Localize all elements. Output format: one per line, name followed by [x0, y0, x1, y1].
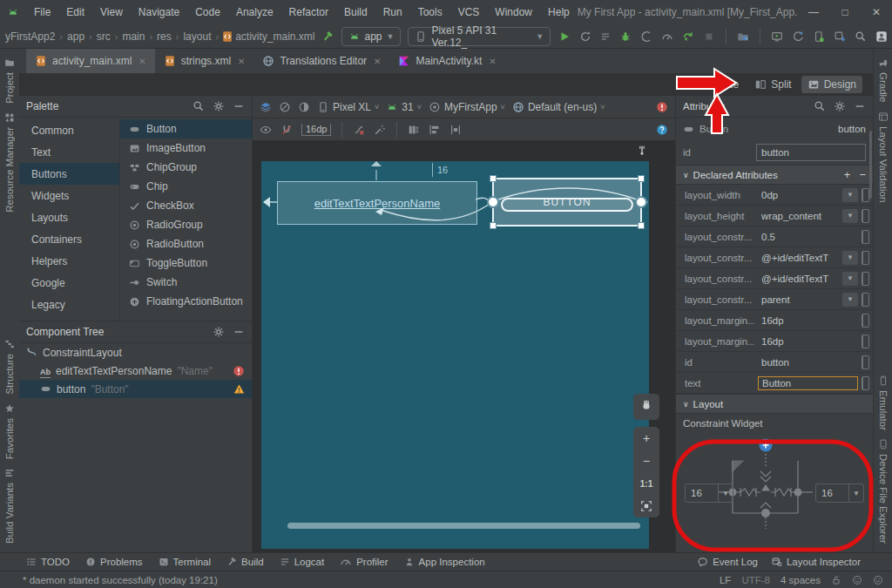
- device-select[interactable]: Pixel 5 API 31 Ver.12_▼: [408, 27, 551, 46]
- attribute-value-input[interactable]: 0.5: [758, 231, 858, 243]
- scrollbar[interactable]: [869, 131, 872, 199]
- default-margin-select[interactable]: 16dp: [301, 124, 331, 136]
- attribute-value-input[interactable]: wrap_content: [758, 210, 839, 222]
- breadcrumb-yfirstapp2[interactable]: yFirstApp2: [3, 30, 57, 43]
- mode-split[interactable]: Split: [748, 76, 797, 93]
- help-icon[interactable]: [656, 124, 668, 136]
- dropdown-button[interactable]: ▼: [842, 251, 858, 265]
- menu-build[interactable]: Build: [336, 6, 375, 18]
- resize-handle[interactable]: [490, 222, 497, 229]
- design-canvas[interactable]: editTextTextPersonName 16 BUTTON: [253, 141, 675, 552]
- declared-attributes-header[interactable]: ∨Declared Attributes + −: [676, 165, 873, 185]
- pick-resource-button[interactable]: [862, 355, 869, 369]
- mode-design[interactable]: Design: [801, 76, 862, 93]
- run-button[interactable]: [558, 30, 571, 43]
- dropdown-button[interactable]: ▼: [842, 209, 858, 223]
- clear-constraints-icon[interactable]: [353, 124, 365, 136]
- menu-run[interactable]: Run: [375, 6, 410, 18]
- palette-item-button[interactable]: Button: [120, 119, 252, 139]
- pick-resource-button[interactable]: [862, 251, 869, 265]
- tool-strip-device-file-explorer[interactable]: Device File Explorer: [878, 439, 889, 544]
- tool-strip-resource-manager[interactable]: Resource Manager: [4, 112, 15, 213]
- search-icon[interactable]: [814, 100, 826, 112]
- menu-tools[interactable]: Tools: [410, 6, 450, 18]
- palette-category-widgets[interactable]: Widgets: [19, 185, 119, 206]
- sdk-manager-icon[interactable]: [834, 30, 846, 43]
- attribute-value-input[interactable]: @+id/editTextT: [758, 252, 839, 264]
- attribute-value-input[interactable]: button: [758, 356, 858, 368]
- add-attribute-button[interactable]: +: [844, 168, 851, 181]
- tool-strip-layout-validation[interactable]: Layout Validation: [878, 112, 889, 202]
- design-surface-icon[interactable]: [260, 101, 272, 113]
- tool-window-terminal[interactable]: Terminal: [159, 557, 211, 567]
- close-button[interactable]: ✕: [861, 0, 892, 24]
- attribute-value-input[interactable]: @+id/editTextT: [758, 273, 839, 285]
- resize-handle[interactable]: [638, 175, 645, 182]
- pan-tool[interactable]: [633, 394, 659, 420]
- tool-strip-favorites[interactable]: Favorites: [4, 403, 15, 459]
- tool-window-logcat[interactable]: Logcat: [280, 557, 325, 567]
- device-mirror-icon[interactable]: [813, 30, 825, 43]
- constraint-anchor-left[interactable]: [487, 196, 499, 208]
- close-icon[interactable]: ✕: [374, 57, 381, 66]
- palette-category-buttons[interactable]: Buttons: [19, 163, 119, 185]
- hand-icon[interactable]: [633, 394, 659, 416]
- constraint-anchor-right[interactable]: [635, 196, 647, 208]
- pick-resource-button[interactable]: [862, 188, 869, 202]
- breadcrumb-res[interactable]: res: [155, 30, 173, 43]
- hide-panel-icon[interactable]: [854, 100, 866, 112]
- tool-window-build[interactable]: Build: [226, 557, 264, 567]
- gear-icon[interactable]: [834, 100, 846, 112]
- tool-strip-project[interactable]: Project: [4, 57, 15, 104]
- run-configuration-select[interactable]: app▼: [341, 27, 402, 46]
- edittext-widget[interactable]: editTextTextPersonName: [277, 181, 477, 225]
- errors-badge[interactable]: [656, 101, 668, 113]
- pick-resource-button[interactable]: [862, 209, 869, 223]
- tool-strip-structure[interactable]: Structure: [4, 339, 15, 395]
- attribute-value-input[interactable]: parent: [758, 294, 839, 306]
- palette-category-containers[interactable]: Containers: [19, 228, 119, 250]
- tool-window-app-inspection[interactable]: App Inspection: [404, 557, 485, 567]
- status-message[interactable]: * daemon started successfully (today 19:…: [23, 575, 218, 585]
- lock-icon[interactable]: [831, 575, 841, 585]
- tool-strip-emulator[interactable]: Emulator: [878, 375, 889, 430]
- breadcrumb-main[interactable]: main: [120, 30, 146, 43]
- breadcrumb-app[interactable]: app: [65, 30, 86, 43]
- margin-start-select[interactable]: 16▼: [685, 483, 733, 503]
- apply-changes-icon[interactable]: [579, 30, 591, 43]
- attribute-value-input[interactable]: Button: [758, 376, 858, 390]
- close-icon[interactable]: ✕: [238, 57, 245, 66]
- pick-resource-button[interactable]: [862, 272, 869, 286]
- tab-translations-editor[interactable]: Translations Editor✕: [253, 49, 389, 73]
- palette-category-legacy[interactable]: Legacy: [19, 294, 119, 315]
- view-options-icon[interactable]: [260, 124, 272, 136]
- breadcrumb-layout[interactable]: layout: [181, 30, 213, 43]
- horizontal-scrollbar[interactable]: [287, 523, 640, 529]
- menu-code[interactable]: Code: [187, 6, 228, 18]
- menu-refactor[interactable]: Refactor: [281, 6, 336, 18]
- search-everywhere-icon[interactable]: [855, 30, 867, 43]
- tool-strip-gradle[interactable]: Gradle: [878, 57, 889, 103]
- hide-panel-icon[interactable]: [233, 100, 245, 112]
- zoom-in-button[interactable]: +: [633, 427, 659, 449]
- menu-window[interactable]: Window: [487, 6, 540, 18]
- attribute-value-input[interactable]: 16dp: [758, 314, 858, 327]
- infer-constraints-icon[interactable]: [374, 124, 386, 136]
- tool-window-todo[interactable]: TODO: [26, 557, 70, 567]
- dropdown-button[interactable]: ▼: [842, 188, 858, 202]
- sync-project-icon[interactable]: [792, 30, 804, 43]
- close-icon[interactable]: ✕: [489, 57, 496, 66]
- search-icon[interactable]: [193, 100, 205, 112]
- menu-vcs[interactable]: VCS: [450, 6, 488, 18]
- close-icon[interactable]: ✕: [139, 57, 145, 66]
- palette-category-layouts[interactable]: Layouts: [19, 206, 119, 228]
- mode-code[interactable]: Code: [692, 76, 746, 93]
- locale-select[interactable]: Default (en-us)˅: [512, 101, 605, 113]
- menu-view[interactable]: View: [92, 6, 131, 18]
- tool-window-profiler[interactable]: Profiler: [340, 556, 388, 568]
- night-mode-icon[interactable]: [298, 101, 310, 113]
- pack-icon[interactable]: [408, 124, 420, 136]
- menu-analyze[interactable]: Analyze: [228, 6, 281, 18]
- attribute-value-input[interactable]: 0dp: [758, 189, 839, 201]
- palette-category-google[interactable]: Google: [19, 272, 119, 294]
